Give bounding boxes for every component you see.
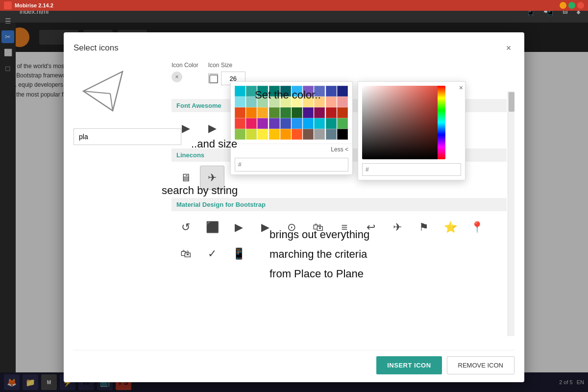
icon-item[interactable]: ⬛: [200, 215, 224, 240]
dialog-header: Select icons ×: [74, 42, 514, 54]
color-swatch-cell[interactable]: [246, 107, 257, 118]
color-swatch-cell[interactable]: [280, 118, 291, 129]
color-swatch-cell[interactable]: [257, 107, 268, 118]
minimize-button[interactable]: [560, 2, 566, 9]
color-swatch-cell[interactable]: [280, 97, 291, 107]
color-hex-input[interactable]: [235, 158, 348, 172]
color-swatch-cell[interactable]: [303, 129, 314, 140]
icon-item[interactable]: ▶: [253, 215, 277, 240]
icon-item[interactable]: ↺: [173, 215, 198, 240]
color-swatch-cell[interactable]: [269, 129, 280, 140]
icon-item[interactable]: ≡: [332, 215, 357, 240]
color-swatch-cell[interactable]: [235, 118, 245, 129]
icon-item[interactable]: ▶: [200, 116, 224, 141]
color-swatch-cell[interactable]: [235, 129, 245, 140]
gradient-picker-popup: ×: [358, 81, 466, 180]
remove-icon-button[interactable]: REMOVE ICON: [447, 356, 514, 374]
color-swatch-cell[interactable]: [280, 129, 291, 140]
icon-item[interactable]: ▶: [173, 116, 198, 141]
icon-item[interactable]: ⊙: [279, 215, 304, 240]
color-swatch-cell[interactable]: [246, 86, 257, 97]
dialog-body: Icon Color × Icon Size: [74, 62, 514, 346]
color-picker-popup: Less <: [230, 81, 353, 175]
color-swatch-cell[interactable]: [292, 97, 302, 107]
icon-section-header[interactable]: Material Design for Bootstrap: [172, 198, 507, 211]
close-color-picker-button[interactable]: ×: [172, 72, 182, 82]
color-swatch-cell[interactable]: [257, 118, 268, 129]
insert-icon-button[interactable]: INSERT ICON: [376, 356, 441, 374]
color-swatch-cell[interactable]: [292, 107, 302, 118]
color-swatch-cell[interactable]: [314, 118, 325, 129]
icon-item[interactable]: 📱: [226, 242, 251, 266]
icon-item[interactable]: 📍: [465, 215, 489, 240]
window-close-button[interactable]: [577, 2, 584, 9]
color-swatch-cell[interactable]: [337, 129, 348, 140]
icon-item[interactable]: ✓: [200, 242, 224, 266]
gradient-close-button[interactable]: ×: [459, 84, 463, 92]
icon-item[interactable]: ✈: [385, 215, 410, 240]
icon-item[interactable]: 🛍: [173, 242, 198, 266]
maximize-button[interactable]: [568, 2, 575, 9]
color-swatch-cell[interactable]: [292, 86, 302, 97]
gradient-canvas[interactable]: [362, 86, 445, 159]
icon-item[interactable]: 🖥: [173, 166, 198, 190]
color-swatch-cell[interactable]: [303, 86, 314, 97]
icon-color-label: Icon Color: [172, 62, 198, 69]
color-swatch-cell[interactable]: [235, 107, 245, 118]
less-button[interactable]: Less <: [231, 144, 352, 155]
right-panel: Icon Color × Icon Size: [172, 62, 514, 346]
icon-item[interactable]: ✈: [200, 166, 224, 190]
color-swatch-cell[interactable]: [303, 118, 314, 129]
dialog-title: Select icons: [74, 43, 119, 53]
color-swatch-cell[interactable]: [337, 107, 348, 118]
color-swatch-cell[interactable]: [303, 107, 314, 118]
icon-item[interactable]: ⚑: [412, 215, 436, 240]
color-swatch-cell[interactable]: [337, 86, 348, 97]
color-swatch-cell[interactable]: [326, 86, 337, 97]
icon-item[interactable]: ▶: [226, 215, 251, 240]
color-swatch-cell[interactable]: [257, 129, 268, 140]
color-swatch-cell[interactable]: [235, 86, 245, 97]
color-swatch-cell[interactable]: [269, 97, 280, 107]
color-swatch-cell[interactable]: [337, 118, 348, 129]
dialog-close-button[interactable]: ×: [503, 42, 514, 54]
color-swatch-cell[interactable]: [280, 86, 291, 97]
color-swatch-cell[interactable]: [314, 86, 325, 97]
color-swatch-cell[interactable]: [326, 129, 337, 140]
color-swatch-cell[interactable]: [280, 107, 291, 118]
svg-marker-0: [83, 72, 122, 111]
dialog-overlay: Select icons ×: [0, 23, 588, 392]
color-swatch-cell[interactable]: [292, 129, 302, 140]
color-swatch-cell[interactable]: [326, 107, 337, 118]
icon-item[interactable]: ⭐: [438, 215, 463, 240]
color-swatch-cell[interactable]: [314, 97, 325, 107]
color-swatch-cell[interactable]: [337, 97, 348, 107]
app-title: Mobirise 2.14.2: [15, 2, 53, 8]
color-swatch-cell[interactable]: [269, 107, 280, 118]
icon-item[interactable]: 🛍: [306, 215, 330, 240]
color-swatch-cell[interactable]: [314, 129, 325, 140]
color-swatch-cell[interactable]: [235, 97, 245, 107]
color-swatch-cell[interactable]: [246, 118, 257, 129]
color-swatch-cell[interactable]: [326, 97, 337, 107]
icon-size-label: Icon Size: [208, 62, 245, 69]
icon-item[interactable]: ↩: [359, 215, 383, 240]
titlebar: Mobirise 2.14.2: [0, 0, 588, 11]
svg-rect-3: [210, 75, 218, 83]
gradient-rainbow-strip[interactable]: [438, 86, 445, 159]
color-swatch-cell[interactable]: [292, 118, 302, 129]
color-swatch-cell[interactable]: [257, 97, 268, 107]
svg-line-2: [110, 94, 113, 111]
color-swatch-cell[interactable]: [303, 97, 314, 107]
color-swatch-cell[interactable]: [326, 118, 337, 129]
color-swatch-cell[interactable]: [257, 86, 268, 97]
gradient-hex-input[interactable]: [362, 163, 461, 176]
color-swatch-cell[interactable]: [314, 107, 325, 118]
color-swatch-cell[interactable]: [246, 97, 257, 107]
color-swatch-cell[interactable]: [269, 118, 280, 129]
scroll-thumb[interactable]: [509, 92, 514, 112]
color-swatch-cell[interactable]: [269, 86, 280, 97]
search-input[interactable]: [74, 128, 181, 145]
paper-plane-icon: [78, 67, 127, 116]
color-swatch-cell[interactable]: [246, 129, 257, 140]
